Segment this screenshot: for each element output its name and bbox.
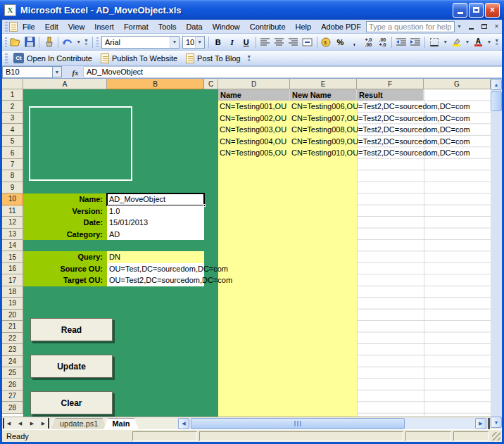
row-header-22[interactable]: 22 [2, 333, 23, 344]
font-name-dropdown-icon[interactable]: ▼ [170, 37, 179, 48]
form-value-query[interactable]: DN [107, 251, 204, 262]
read-button[interactable]: Read [30, 318, 113, 341]
row-header-26[interactable]: 26 [2, 379, 23, 391]
bold-icon[interactable]: B [212, 36, 225, 49]
row-header-10[interactable]: 10 [2, 194, 23, 205]
clear-button[interactable]: Clear [30, 391, 113, 414]
font-size-combo[interactable]: 10 ▼ [182, 36, 205, 49]
cell-newname-2[interactable]: CN=Testing006,OU=Test2,DC=sourcedom,DC=c… [291, 102, 470, 111]
cell-name-4[interactable]: CN=Testing003,OU [220, 125, 289, 134]
restore-button[interactable] [469, 3, 484, 18]
cell-name-2[interactable]: CN=Testing001,OU [220, 102, 289, 111]
column-header-c[interactable]: C [204, 79, 218, 89]
font-color-dropdown-icon[interactable]: ▼ [485, 37, 493, 48]
row-header-11[interactable]: 11 [2, 205, 23, 217]
percent-style-icon[interactable]: % [334, 36, 346, 49]
font-size-dropdown-icon[interactable]: ▼ [195, 37, 204, 48]
underline-icon[interactable]: U [240, 36, 253, 49]
menu-item-tools[interactable]: Tools [153, 21, 182, 32]
font-name-combo[interactable]: Arial ▼ [101, 36, 179, 49]
row-header-17[interactable]: 17 [2, 274, 23, 286]
cell-name-6[interactable]: CN=Testing005,OU [220, 148, 289, 158]
fill-color-dropdown-icon[interactable]: ▼ [463, 37, 471, 48]
menu-item-adobe-pdf[interactable]: Adobe PDF [316, 21, 366, 32]
decrease-decimal-icon[interactable]: .00+.0 [376, 36, 389, 49]
row-header-24[interactable]: 24 [2, 356, 23, 367]
workbook-close-button[interactable]: × [491, 22, 502, 32]
save-icon[interactable] [23, 36, 36, 49]
form-label-version[interactable]: Version: [23, 205, 106, 217]
publish-to-website-button[interactable]: Publish To Website [96, 53, 182, 64]
align-center-icon[interactable] [273, 36, 286, 49]
comma-style-icon[interactable]: , [348, 36, 360, 49]
menu-item-contribute[interactable]: Contribute [245, 21, 291, 32]
question-box-dropdown-icon[interactable]: ▼ [455, 21, 464, 32]
column-header-b[interactable]: B [107, 79, 204, 89]
workbook-restore-button[interactable] [479, 22, 489, 32]
question-box-input[interactable]: Type a question for help [366, 21, 455, 32]
sheet-tab-main[interactable]: Main [103, 418, 138, 429]
menu-item-view[interactable]: View [63, 21, 90, 32]
form-value-targetou[interactable]: OU=Test2,DC=sourcedom,DC=com [107, 274, 204, 286]
row-header-6[interactable]: 6 [2, 147, 23, 158]
formula-input[interactable]: AD_MoveObject [83, 66, 502, 78]
decrease-indent-icon[interactable] [395, 36, 408, 49]
formatting-overflow-icon[interactable]: ▼» [493, 39, 500, 46]
row-header-13[interactable]: 13 [2, 229, 23, 240]
undo-icon[interactable] [61, 36, 74, 49]
tab-split-handle[interactable] [488, 418, 490, 429]
cell-name-5[interactable]: CN=Testing004,OU [220, 137, 289, 146]
borders-dropdown-icon[interactable]: ▼ [441, 37, 449, 48]
row-header-15[interactable]: 15 [2, 251, 23, 262]
row-header-4[interactable]: 4 [2, 124, 23, 135]
vertical-scroll-thumb[interactable] [491, 91, 502, 111]
update-button[interactable]: Update [30, 355, 113, 378]
name-box-dropdown-icon[interactable]: ▼ [53, 66, 62, 77]
menubar-grip[interactable] [5, 22, 8, 32]
borders-icon[interactable] [428, 36, 441, 49]
row-header-7[interactable]: 7 [2, 159, 23, 170]
row-header-19[interactable]: 19 [2, 298, 23, 309]
horizontal-scroll-thumb[interactable] [191, 418, 405, 429]
cell-name-3[interactable]: CN=Testing002,OU [220, 114, 289, 123]
undo-dropdown-icon[interactable]: ▼ [75, 37, 82, 48]
row-header-27[interactable]: 27 [2, 391, 23, 402]
form-label-name[interactable]: Name: [23, 194, 106, 205]
row-header-5[interactable]: 5 [2, 136, 23, 147]
table-header-name[interactable]: Name [218, 89, 290, 101]
toolbar-grip[interactable] [5, 37, 7, 47]
form-label-sourceou[interactable]: Source OU: [23, 263, 106, 274]
currency-icon[interactable]: $ [320, 36, 332, 49]
cell-newname-4[interactable]: CN=Testing008,OU=Test2,DC=sourcedom,DC=c… [291, 125, 470, 134]
cell-newname-5[interactable]: CN=Testing009,OU=Test2,DC=sourcedom,DC=c… [291, 137, 470, 146]
row-header-12[interactable]: 12 [2, 217, 23, 228]
menu-item-window[interactable]: Window [208, 21, 245, 32]
font-color-icon[interactable]: A [472, 36, 484, 49]
form-label-targetou[interactable]: Target OU: [23, 274, 106, 286]
close-button[interactable]: × [485, 3, 500, 18]
row-header-8[interactable]: 8 [2, 170, 23, 182]
first-sheet-icon[interactable]: ◀ [3, 418, 13, 429]
form-value-version[interactable]: 1.0 [107, 205, 204, 217]
row-header-1[interactable]: 1 [2, 89, 23, 101]
form-label-date[interactable]: Date: [23, 217, 106, 228]
contribute-overflow-icon[interactable]: ▼» [245, 55, 253, 62]
scroll-up-icon[interactable]: ▲ [491, 79, 502, 90]
row-header-2[interactable]: 2 [2, 101, 23, 112]
table-header-new-name[interactable]: New Name [290, 89, 357, 101]
menu-item-data[interactable]: Data [181, 21, 207, 32]
form-label-category[interactable]: Category: [23, 229, 106, 240]
scroll-right-icon[interactable]: ▶ [475, 418, 486, 429]
cell-newname-3[interactable]: CN=Testing007,OU=Test2,DC=sourcedom,DC=c… [291, 114, 470, 123]
menu-item-insert[interactable]: Insert [89, 21, 119, 32]
formatting-toolbar-grip[interactable] [96, 37, 99, 47]
row-header-21[interactable]: 21 [2, 321, 23, 332]
row-header-18[interactable]: 18 [2, 286, 23, 298]
row-header-9[interactable]: 9 [2, 182, 23, 194]
row-header-28[interactable]: 28 [2, 402, 23, 413]
cell-newname-6[interactable]: CN=Testing010,OU=Test2,DC=sourcedom,DC=c… [291, 148, 470, 158]
scroll-left-icon[interactable]: ◀ [178, 418, 189, 429]
row-header-16[interactable]: 16 [2, 263, 23, 274]
workbook-minimize-button[interactable] [466, 22, 477, 32]
resize-grip-icon[interactable] [492, 432, 500, 440]
